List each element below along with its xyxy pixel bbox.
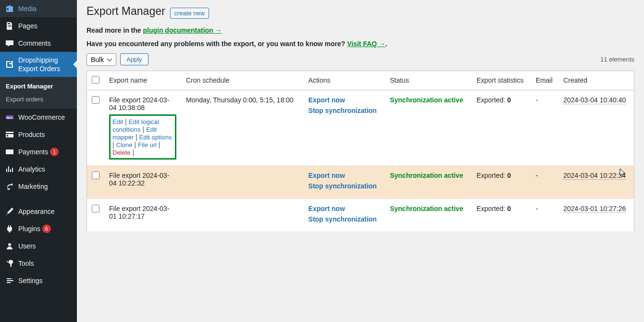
page-title: Export Manager	[87, 0, 165, 21]
file-url-link[interactable]: File url	[138, 141, 157, 149]
sidebar-item-marketing[interactable]: Marketing	[0, 178, 77, 195]
pages-icon	[5, 21, 14, 31]
sidebar-item-label: Marketing	[18, 182, 48, 191]
sidebar-item-label: Payments	[18, 148, 48, 156]
status-badge: Synchronization active	[390, 96, 463, 104]
plugin-documentation-link[interactable]: plugin documentation →	[143, 26, 222, 34]
intro-prefix-1: Read more in the	[87, 26, 143, 34]
sidebar-item-label: Users	[18, 242, 36, 250]
bulk-action-select[interactable]: Bulk	[87, 53, 116, 66]
sidebar-item-woo[interactable]: Woo WooCommerce	[0, 109, 77, 126]
export-now-link[interactable]: Export now	[309, 205, 381, 212]
cron-cell	[181, 165, 304, 198]
sidebar-item-plugins[interactable]: Plugins6	[0, 220, 77, 237]
table-row: File export 2024-03-04 10:22:32 Export n…	[87, 165, 634, 198]
intro-prefix-2: Have you encountered any problems with t…	[87, 40, 347, 48]
table-row: File export 2024-03-04 10:38:08 Edit | E…	[87, 90, 634, 165]
sidebar-item-label: Settings	[18, 276, 43, 285]
badge: 1	[50, 148, 59, 156]
export-table: Export name Cron schedule Actions Status…	[87, 71, 634, 232]
apply-button[interactable]: Apply	[120, 53, 149, 65]
email-cell: -	[531, 165, 558, 198]
create-new-button[interactable]: create new	[170, 8, 210, 19]
created-timestamp: 2024-03-01 10:27:26	[563, 205, 626, 213]
sidebar-item-appearance[interactable]: Appearance	[0, 203, 77, 220]
stats-cell: Exported: 0	[471, 198, 531, 232]
status-badge: Synchronization active	[390, 172, 463, 179]
marketing-icon	[5, 182, 14, 191]
submenu-item[interactable]: Export orders	[0, 93, 77, 106]
comments-icon	[5, 38, 14, 48]
stop-sync-link[interactable]: Stop synchronization	[309, 215, 381, 223]
analytics-icon	[5, 164, 14, 174]
sidebar-item-label: Plugins	[18, 224, 40, 233]
export-name: File export 2024-03-04 10:22:32	[109, 172, 169, 187]
export-now-link[interactable]: Export now	[309, 96, 381, 104]
col-header-name[interactable]: Export name	[104, 71, 181, 90]
col-header-cron[interactable]: Cron schedule	[181, 71, 304, 90]
media-icon	[5, 4, 14, 13]
sidebar-item-pages[interactable]: Pages	[0, 17, 77, 35]
cron-cell	[181, 198, 304, 232]
sidebar-item-payments[interactable]: Payments1	[0, 143, 77, 161]
users-icon	[5, 241, 14, 251]
sidebar-item-export[interactable]: Dropshipping Export Orders	[0, 52, 77, 77]
clone-link[interactable]: Clone	[116, 141, 133, 149]
stats-cell: Exported: 0	[471, 165, 531, 198]
delete-link[interactable]: Delete	[112, 149, 131, 156]
intro-text-2: Have you encountered any problems with t…	[87, 40, 634, 48]
sidebar-item-label: Tools	[18, 259, 34, 268]
plugins-icon	[5, 224, 14, 234]
sidebar-item-tools[interactable]: Tools	[0, 255, 77, 272]
admin-sidebar: Media Pages Comments Dropshipping Export…	[0, 0, 77, 322]
stats-cell: Exported: 0	[471, 90, 531, 165]
visit-faq-link[interactable]: Visit FAQ →	[347, 40, 385, 48]
submenu-item[interactable]: Export Manager	[0, 80, 77, 93]
sidebar-item-media[interactable]: Media	[0, 0, 77, 17]
svg-text:Woo: Woo	[7, 116, 13, 119]
sidebar-item-label: Products	[18, 130, 45, 139]
col-header-status[interactable]: Status	[385, 71, 471, 90]
col-header-stats[interactable]: Export statistics	[471, 71, 531, 90]
col-header-actions[interactable]: Actions	[304, 71, 385, 90]
col-header-email[interactable]: Email	[531, 71, 558, 90]
col-header-created[interactable]: Created	[558, 71, 634, 90]
payments-icon	[5, 147, 14, 157]
row-checkbox[interactable]	[92, 172, 99, 179]
sidebar-item-label: Pages	[18, 22, 37, 30]
products-icon	[5, 130, 14, 139]
sidebar-item-products[interactable]: Products	[0, 126, 77, 143]
stop-sync-link[interactable]: Stop synchronization	[309, 182, 381, 190]
sidebar-item-label: Appearance	[18, 207, 55, 216]
edit-options-link[interactable]: Edit options	[139, 134, 172, 141]
row-checkbox[interactable]	[92, 96, 99, 104]
appearance-icon	[5, 207, 14, 216]
sidebar-item-label: Analytics	[18, 165, 45, 173]
intro-text-1: Read more in the plugin documentation →	[87, 26, 634, 34]
sidebar-submenu: Export ManagerExport orders	[0, 77, 77, 109]
status-badge: Synchronization active	[390, 205, 463, 212]
sidebar-item-users[interactable]: Users	[0, 237, 77, 255]
select-all-checkbox[interactable]	[92, 76, 99, 84]
export-name: File export 2024-03-01 10:27:17	[109, 205, 169, 220]
sidebar-item-analytics[interactable]: Analytics	[0, 161, 77, 178]
export-now-link[interactable]: Export now	[309, 172, 381, 179]
created-timestamp: 2024-03-04 10:22:34	[563, 172, 626, 180]
email-cell: -	[531, 90, 558, 165]
stop-sync-link[interactable]: Stop synchronization	[309, 107, 381, 114]
sidebar-item-label: Dropshipping Export Orders	[18, 56, 72, 73]
edit-link[interactable]: Edit	[112, 118, 123, 125]
sidebar-item-label: Comments	[18, 39, 51, 48]
row-checkbox[interactable]	[92, 205, 99, 212]
settings-icon	[5, 276, 14, 285]
table-toolbar: Bulk Apply 11 elements	[87, 53, 634, 66]
sidebar-item-label: WooCommerce	[18, 113, 65, 122]
sidebar-item-comments[interactable]: Comments	[0, 35, 77, 52]
intro-suffix-2: .	[385, 40, 387, 48]
email-cell: -	[531, 198, 558, 232]
element-count: 11 elements	[600, 56, 634, 63]
row-actions: Edit | Edit logical conditions | Edit ma…	[109, 114, 176, 160]
sidebar-item-label: Media	[18, 4, 37, 13]
export-icon	[5, 60, 14, 69]
sidebar-item-settings[interactable]: Settings	[0, 272, 77, 289]
